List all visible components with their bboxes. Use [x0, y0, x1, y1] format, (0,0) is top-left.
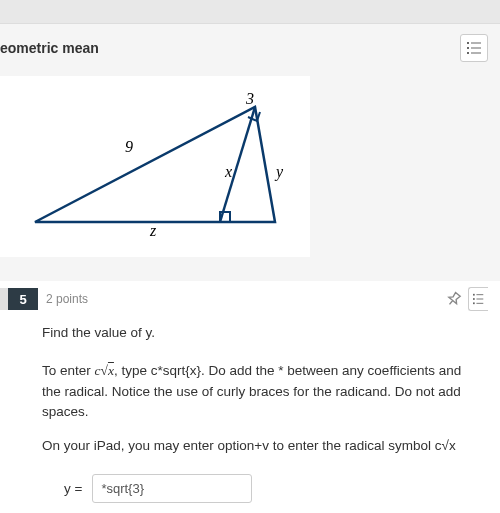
label-x: x	[224, 163, 232, 180]
radical-symbol: √	[101, 363, 108, 378]
item-options-button[interactable]	[468, 287, 488, 311]
question-block: 5 2 points Find the value of y. To enter…	[0, 281, 500, 513]
answer-input[interactable]	[92, 474, 252, 503]
list-icon	[467, 41, 481, 55]
top-bar	[0, 0, 500, 24]
svg-rect-3	[471, 48, 481, 49]
pin-icon[interactable]	[446, 291, 462, 307]
figure-container: 3 9 x y z	[0, 76, 310, 257]
answer-label: y =	[64, 479, 82, 499]
triangle-diagram: 3 9 x y z	[20, 92, 290, 237]
instr-pre: To enter	[42, 363, 95, 378]
label-z: z	[149, 222, 157, 237]
svg-rect-1	[471, 43, 481, 44]
label-y: y	[274, 163, 284, 181]
svg-rect-11	[473, 298, 475, 300]
label-9: 9	[125, 138, 133, 155]
question-points: 2 points	[46, 292, 88, 306]
svg-rect-9	[473, 294, 475, 296]
svg-rect-10	[476, 294, 483, 295]
list-options-button[interactable]	[460, 34, 488, 62]
answer-row: y =	[42, 474, 480, 503]
question-instructions: To enter c√x, type c*sqrt{x}. Do add the…	[42, 361, 480, 422]
svg-rect-4	[467, 52, 469, 54]
svg-rect-2	[467, 47, 469, 49]
svg-rect-12	[476, 299, 483, 300]
svg-rect-13	[473, 302, 475, 304]
question-prompt: Find the value of y.	[42, 323, 480, 343]
svg-rect-5	[471, 53, 481, 54]
question-header: 5 2 points	[12, 281, 488, 311]
question-number: 5	[8, 288, 38, 310]
label-3: 3	[245, 92, 254, 107]
svg-rect-0	[467, 42, 469, 44]
section-title: eometric mean	[0, 40, 99, 56]
list-icon	[473, 293, 485, 305]
svg-rect-14	[476, 303, 483, 304]
question-body: Find the value of y. To enter c√x, type …	[12, 311, 488, 503]
section-header: eometric mean	[0, 24, 500, 72]
question-tools	[446, 287, 488, 311]
ipad-note: On your iPad, you may enter option+v to …	[42, 436, 480, 456]
svg-marker-6	[35, 107, 275, 222]
spacer	[0, 257, 500, 281]
